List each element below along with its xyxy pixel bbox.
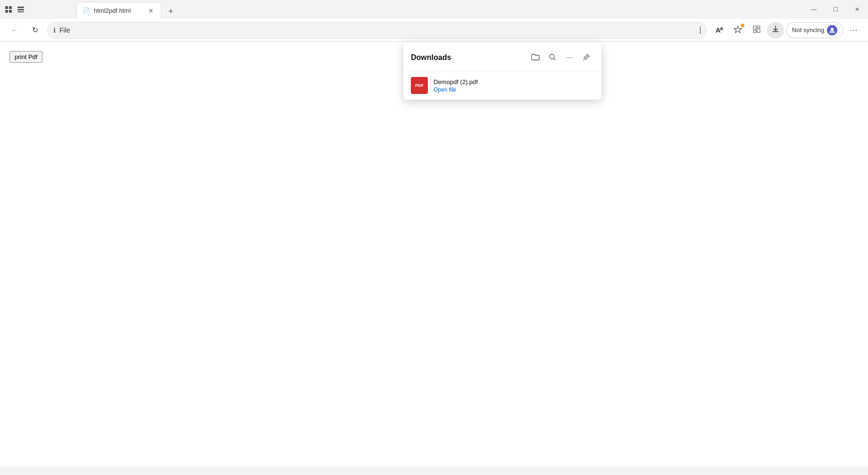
close-button[interactable]: ✕: [846, 2, 868, 17]
minimize-button[interactable]: —: [803, 2, 825, 17]
download-file-icon: PDF: [411, 77, 428, 94]
tabs-section: 📄 html2pdf.html ✕ +: [29, 0, 803, 19]
back-button[interactable]: ←: [6, 22, 23, 39]
new-tab-button[interactable]: +: [163, 4, 178, 19]
downloads-panel: Downloads: [403, 42, 601, 100]
print-pdf-button[interactable]: print Pdf: [9, 51, 42, 63]
pin-icon: [583, 53, 590, 62]
downloads-search-button[interactable]: [545, 50, 560, 65]
not-syncing-label: Not syncing: [792, 26, 824, 34]
more-icon: ···: [850, 26, 858, 34]
svg-rect-2: [5, 10, 8, 13]
svg-point-12: [550, 54, 554, 59]
search-icon: [549, 53, 556, 62]
address-bar[interactable]: ℹ File: [47, 22, 707, 39]
download-info: Demopdf (2).pdf Open file: [434, 78, 478, 93]
open-file-link[interactable]: Open file: [434, 86, 478, 93]
browser-icon-area: [0, 5, 29, 14]
toolbar-icons: Aᴬ: [710, 22, 862, 39]
download-filename: Demopdf (2).pdf: [434, 78, 478, 85]
browser-icon-2[interactable]: [16, 5, 25, 14]
downloads-icon: [771, 25, 780, 35]
top-bar: 📄 html2pdf.html ✕ + — ☐ ✕: [0, 0, 868, 19]
browser-icon-1[interactable]: [4, 5, 13, 14]
favorites-badge: [741, 24, 744, 27]
svg-rect-6: [17, 11, 24, 12]
more-icon: ···: [566, 53, 573, 62]
read-aloud-icon: Aᴬ: [716, 26, 723, 34]
svg-rect-3: [9, 10, 12, 13]
svg-rect-8: [757, 26, 760, 28]
tab-html2pdf[interactable]: 📄 html2pdf.html ✕: [76, 2, 161, 19]
svg-rect-9: [757, 29, 760, 33]
folder-icon: [531, 53, 540, 62]
maximize-button[interactable]: ☐: [825, 2, 846, 17]
tab-title: html2pdf.html: [94, 7, 143, 14]
download-item: PDF Demopdf (2).pdf Open file: [403, 71, 601, 100]
address-text: File: [59, 26, 696, 34]
svg-rect-10: [753, 30, 756, 33]
refresh-button[interactable]: ↻: [26, 22, 43, 39]
tab-favicon: 📄: [83, 7, 90, 15]
downloads-pin-button[interactable]: [579, 50, 594, 65]
more-button[interactable]: ···: [845, 22, 862, 39]
nav-bar: ← ↻ ℹ File Aᴬ: [0, 19, 868, 42]
address-info-icon: ℹ: [53, 26, 56, 34]
downloads-open-folder-button[interactable]: [528, 50, 543, 65]
page-content: print Pdf Downloads: [0, 42, 868, 467]
profile-icon: [827, 25, 837, 35]
svg-rect-4: [17, 7, 24, 8]
address-cursor: [700, 26, 701, 34]
svg-rect-0: [5, 6, 8, 9]
downloads-header: Downloads: [403, 42, 601, 71]
downloads-actions: ···: [528, 50, 594, 65]
favorites-button[interactable]: [729, 22, 746, 39]
collections-icon: [752, 25, 761, 35]
collections-button[interactable]: [748, 22, 765, 39]
svg-rect-1: [9, 6, 12, 9]
not-syncing-button[interactable]: Not syncing: [786, 22, 843, 38]
downloads-more-button[interactable]: ···: [562, 50, 577, 65]
read-aloud-button[interactable]: Aᴬ: [710, 22, 727, 39]
tab-close-button[interactable]: ✕: [147, 7, 155, 15]
svg-rect-5: [17, 9, 24, 10]
downloads-button[interactable]: [767, 22, 784, 39]
svg-rect-7: [753, 26, 756, 29]
window-controls: — ☐ ✕: [803, 2, 868, 17]
downloads-title: Downloads: [411, 53, 528, 62]
